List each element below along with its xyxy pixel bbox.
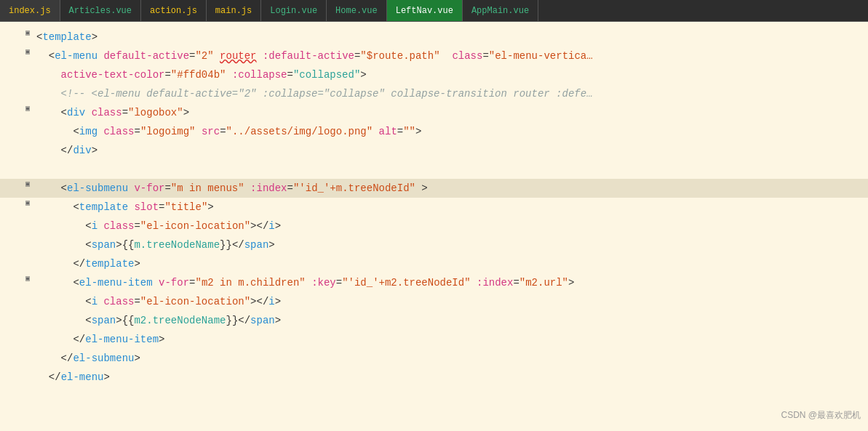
tab-label: action.js [150, 6, 197, 16]
line-content: <el-submenu v-for="m in menus" :index="'… [33, 180, 868, 197]
collapse-toggle[interactable]: ▣ [22, 47, 33, 56]
line-content: <span>{{m.treeNodeName}}</span> [33, 236, 868, 254]
watermark: CSDN @最喜欢肥机 [781, 409, 861, 422]
line-content: </el-menu> [33, 368, 868, 386]
tab-label: AppMain.vue [471, 6, 529, 16]
line-content: <div class="logobox"> [33, 104, 868, 121]
line-content: <img class="logoimg" src="../assets/img/… [33, 123, 868, 140]
line-number [0, 350, 22, 351]
collapse-toggle-empty [22, 142, 33, 150]
collapse-toggle-empty [22, 85, 33, 93]
line-number [0, 217, 22, 219]
code-line-15: <i class="el-icon-location"></i> [0, 292, 868, 311]
collapse-toggle[interactable]: ▣ [22, 28, 33, 37]
tab-articlesvue[interactable]: Articles.vue [60, 0, 141, 22]
tab-label: main.js [215, 6, 252, 16]
tab-loginvue[interactable]: Login.vue [261, 0, 327, 22]
code-line-19: </el-menu> [0, 368, 868, 387]
code-line-2: ▣ <el-menu default-active="2" router :de… [0, 47, 868, 65]
code-line-14: ▣ <el-menu-item v-for="m2 in m.children"… [0, 273, 868, 292]
code-line-5: ▣ <div class="logobox"> [0, 103, 868, 122]
line-number [0, 293, 22, 294]
line-number [0, 198, 22, 200]
collapse-toggle[interactable]: ▣ [22, 198, 33, 207]
collapse-toggle-empty [22, 331, 33, 339]
line-content [33, 161, 868, 178]
line-number [0, 142, 22, 143]
code-line-7: </div> [0, 141, 868, 160]
line-number [0, 331, 22, 332]
collapse-toggle-empty [22, 123, 33, 131]
tab-label: Login.vue [270, 6, 317, 16]
tab-mainjs[interactable]: main.js [207, 0, 261, 22]
tab-appMainvue[interactable]: AppMain.vue [463, 0, 538, 22]
collapse-toggle-empty [22, 66, 33, 74]
line-number [0, 255, 22, 257]
line-number [0, 104, 22, 105]
collapse-toggle-empty [22, 350, 33, 358]
line-number [0, 161, 22, 162]
code-line-17: </el-menu-item> [0, 330, 868, 349]
line-content: <template> [33, 28, 868, 46]
code-line-11: <i class="el-icon-location"></i> [0, 217, 868, 235]
tab-label: LeftNav.vue [396, 6, 453, 16]
line-number [0, 85, 22, 86]
tab-label: Articles.vue [69, 6, 132, 16]
tab-bar: index.js Articles.vue action.js main.js … [0, 0, 868, 22]
line-content: <span>{{m2.treeNodeName}}</span> [33, 312, 868, 329]
collapse-toggle-empty [22, 236, 33, 244]
line-number [0, 28, 22, 30]
collapse-toggle-empty [22, 368, 33, 376]
collapse-toggle[interactable]: ▣ [22, 104, 33, 113]
line-content: </el-submenu> [33, 350, 868, 367]
line-content: <el-menu default-active="2" router :defa… [33, 47, 868, 65]
line-number [0, 47, 22, 49]
code-line-1: ▣ <template> [0, 28, 868, 47]
line-content: </div> [33, 142, 868, 159]
line-content: <i class="el-icon-location"></i> [33, 293, 868, 310]
tab-leftnavvue[interactable]: LeftNav.vue [387, 0, 463, 22]
line-number [0, 274, 22, 275]
collapse-toggle-empty [22, 161, 33, 169]
code-line-18: </el-submenu> [0, 349, 868, 368]
line-number [0, 312, 22, 313]
line-content: active-text-color="#ffd04b" :collapse="c… [33, 66, 868, 84]
code-line-13: </template> [0, 254, 868, 273]
line-content: <el-menu-item v-for="m2 in m.children" :… [33, 274, 868, 291]
line-number [0, 66, 22, 68]
line-content: <!-- <el-menu default-active="2" :collap… [33, 85, 868, 102]
code-line-9: ▣ <el-submenu v-for="m in menus" :index=… [0, 179, 868, 198]
code-line-3: active-text-color="#ffd04b" :collapse="c… [0, 65, 868, 84]
line-content: <i class="el-icon-location"></i> [33, 217, 868, 235]
line-content: <template slot="title"> [33, 198, 868, 216]
tab-homevue[interactable]: Home.vue [327, 0, 387, 22]
collapse-toggle[interactable]: ▣ [22, 180, 33, 188]
tab-indexjs[interactable]: index.js [0, 0, 60, 22]
code-line-12: <span>{{m.treeNodeName}}</span> [0, 235, 868, 254]
collapse-toggle-empty [22, 312, 33, 320]
collapse-toggle[interactable]: ▣ [22, 274, 33, 283]
code-line-8 [0, 160, 868, 179]
line-number [0, 236, 22, 238]
code-line-6: <img class="logoimg" src="../assets/img/… [0, 122, 868, 141]
tab-label: Home.vue [335, 6, 378, 16]
line-number [0, 180, 22, 181]
code-editor: ▣ <template> ▣ <el-menu default-active="… [0, 22, 868, 429]
tab-actionjs[interactable]: action.js [141, 0, 207, 22]
line-content: </template> [33, 255, 868, 273]
code-line-4: <!-- <el-menu default-active="2" :collap… [0, 84, 868, 103]
tab-label: index.js [9, 6, 51, 16]
line-number [0, 123, 22, 124]
code-line-16: <span>{{m2.treeNodeName}}</span> [0, 311, 868, 330]
collapse-toggle-empty [22, 255, 33, 263]
code-line-10: ▣ <template slot="title"> [0, 198, 868, 217]
line-number [0, 368, 22, 370]
collapse-toggle-empty [22, 293, 33, 301]
line-content: </el-menu-item> [33, 331, 868, 348]
collapse-toggle-empty [22, 217, 33, 225]
